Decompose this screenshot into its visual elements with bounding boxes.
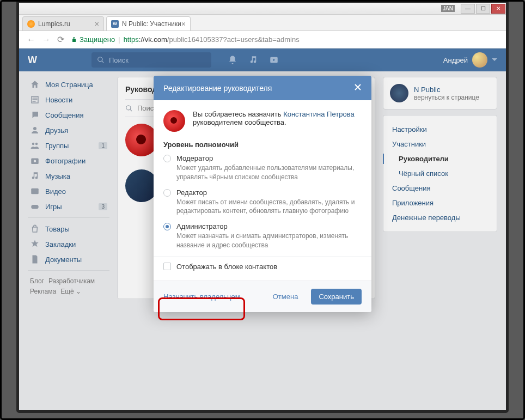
modal-close-button[interactable] xyxy=(354,83,362,93)
favicon-icon xyxy=(27,20,35,28)
role-moderator-radio[interactable]: МодераторМожет удалять добавленные польз… xyxy=(163,154,362,182)
reload-button[interactable]: ⟳ xyxy=(54,34,68,45)
radio-icon xyxy=(163,155,171,162)
radio-icon xyxy=(163,189,171,197)
tab-title: Lumpics.ru xyxy=(38,20,70,28)
address-bar: ← → ⟳ Защищено | https://vk.com/public16… xyxy=(19,31,506,48)
lang-indicator: JAN xyxy=(441,5,455,12)
back-button[interactable]: ← xyxy=(23,35,39,45)
forward-button[interactable]: → xyxy=(39,35,54,45)
favicon-icon: W xyxy=(111,20,119,28)
edit-manager-modal: Редактирование руководителя Вы собираете… xyxy=(154,76,371,312)
radio-icon xyxy=(163,223,171,230)
role-admin-radio[interactable]: АдминистраторМожет назначать и снимать а… xyxy=(163,222,362,250)
url-field[interactable]: https://vk.com/public164105337?act=users… xyxy=(124,35,300,44)
window-minimize-button[interactable]: — xyxy=(461,4,475,14)
close-icon xyxy=(354,83,362,91)
level-heading: Уровень полномочий xyxy=(163,141,362,149)
intro-text: Вы собираетесь назначить Константина Пет… xyxy=(193,110,362,132)
role-editor-radio[interactable]: РедакторМожет писать от имени сообщества… xyxy=(163,188,362,216)
lock-icon xyxy=(71,36,77,43)
user-link[interactable]: Константина Петрова xyxy=(283,110,354,118)
modal-title: Редактирование руководителя xyxy=(163,84,272,93)
browser-tabs: Lumpics.ru × W N Public: Участники × xyxy=(19,15,506,31)
cancel-button[interactable]: Отмена xyxy=(266,289,305,304)
close-tab-icon[interactable]: × xyxy=(95,20,99,28)
window-close-button[interactable]: ✕ xyxy=(491,4,505,14)
checkbox-icon xyxy=(163,263,171,270)
tab-title: N Public: Участники xyxy=(122,20,181,28)
show-in-contacts-checkbox[interactable]: Отображать в блоке контактов xyxy=(163,263,362,271)
user-avatar xyxy=(163,110,185,132)
assign-owner-link[interactable]: Назначить владельцем xyxy=(163,293,240,301)
window-titlebar: JAN — ☐ ✕ xyxy=(19,3,506,15)
browser-tab-vk[interactable]: W N Public: Участники × xyxy=(106,16,191,31)
secure-indicator[interactable]: Защищено xyxy=(71,35,115,44)
window-maximize-button[interactable]: ☐ xyxy=(476,4,490,14)
save-button[interactable]: Сохранить xyxy=(311,289,362,305)
modal-overlay[interactable]: Редактирование руководителя Вы собираете… xyxy=(19,48,506,410)
browser-tab-lumpics[interactable]: Lumpics.ru × xyxy=(22,16,104,31)
close-tab-icon[interactable]: × xyxy=(181,20,186,28)
